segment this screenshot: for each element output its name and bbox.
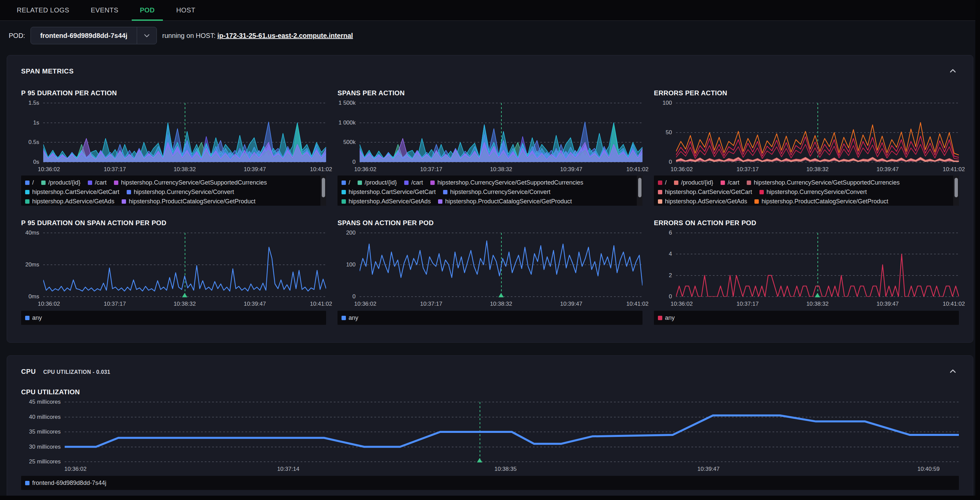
collapse-cpu-button[interactable]	[947, 365, 959, 378]
y-axis-labels: 45 millicores40 millicores35 millicores3…	[21, 402, 65, 462]
x-tick-label: 10:39:47	[560, 166, 582, 173]
y-axis-labels: 1 500k1 000k500k0	[337, 103, 360, 162]
legend-item[interactable]: hipstershop.ProductCatalogService/GetPro…	[438, 197, 572, 206]
legend-scrollbar-track[interactable]	[320, 176, 326, 206]
legend-item[interactable]: hipstershop.CartService/GetCart	[342, 188, 436, 196]
chart-plot[interactable]	[676, 103, 959, 162]
legend-item[interactable]: hipstershop.ProductCatalogService/GetPro…	[122, 197, 255, 206]
legend-scrollbar-thumb[interactable]	[322, 178, 325, 197]
legend-item[interactable]: /product/{id}	[674, 179, 713, 187]
legend-item[interactable]: hipstershop.CartService/GetCart	[25, 188, 119, 196]
chart-plot[interactable]	[43, 233, 326, 297]
legend-swatch	[658, 181, 662, 185]
legend-item[interactable]: /cart	[88, 179, 107, 187]
legend-item[interactable]: /product/{id}	[41, 179, 80, 187]
legend-label: hipstershop.CurrencyService/Convert	[134, 188, 234, 196]
legend-label: hipstershop.CurrencyService/Convert	[450, 188, 550, 196]
span-metrics-title: SPAN METRICS	[21, 67, 74, 75]
x-tick-label: 10:38:32	[173, 301, 196, 307]
legend-item[interactable]: any	[25, 315, 42, 321]
legend-item[interactable]: hipstershop.CartService/GetCart	[658, 188, 752, 196]
legend-item[interactable]: frontend-69d989d8dd-7s44j	[25, 479, 106, 487]
y-tick-label: 500k	[343, 139, 356, 145]
pod-select[interactable]: frontend-69d989d8dd-7s44j	[30, 27, 157, 44]
tab-pod[interactable]: POD	[129, 0, 165, 21]
legend-item[interactable]: any	[342, 315, 358, 321]
chart-series-canvas	[43, 103, 326, 162]
collapse-span-metrics-button[interactable]	[947, 65, 959, 78]
tab-events[interactable]: EVENTS	[80, 0, 129, 21]
tab-events-label: EVENTS	[91, 6, 118, 14]
x-tick-label: 10:36:02	[671, 301, 693, 307]
legend-swatch	[25, 481, 30, 485]
legend-scrollbar-thumb[interactable]	[638, 178, 641, 197]
x-axis-labels: 10:36:0210:37:1710:38:3210:39:4710:41:02	[43, 162, 326, 174]
x-tick-label: 10:39:47	[697, 466, 719, 473]
tab-related-logs[interactable]: RELATED LOGS	[6, 0, 80, 21]
legend-item[interactable]: /	[25, 179, 34, 187]
x-tick-label: 10:38:32	[490, 301, 512, 307]
legend-item[interactable]: hipstershop.CurrencyService/GetSupported…	[114, 179, 267, 187]
y-tick-label: 0s	[33, 159, 39, 165]
legend-label: hipstershop.CartService/GetCart	[32, 188, 119, 196]
legend-item[interactable]: hipstershop.CurrencyService/Convert	[443, 188, 550, 196]
legend-item[interactable]: /	[342, 179, 350, 187]
chart-plot[interactable]	[65, 402, 959, 462]
chevron-up-icon	[948, 366, 958, 377]
chart-title: CPU UTILIZATION	[21, 388, 959, 396]
chart-legend: any	[337, 311, 643, 325]
x-axis-labels: 10:36:0210:37:1710:38:3210:39:4710:41:02	[360, 297, 643, 309]
y-tick-label: 35 millicores	[29, 428, 60, 435]
pod-label: POD:	[9, 32, 25, 40]
chart-plot[interactable]	[43, 103, 326, 162]
legend-item[interactable]: hipstershop.AdService/GetAds	[658, 197, 747, 206]
legend-item[interactable]: any	[658, 315, 675, 321]
y-tick-label: 20ms	[25, 261, 39, 268]
legend-swatch	[759, 190, 764, 194]
chart-series-canvas	[65, 402, 959, 462]
legend-scrollbar-thumb[interactable]	[955, 178, 958, 197]
y-tick-label: 1 500k	[339, 100, 356, 106]
legend-swatch	[342, 316, 346, 320]
cpu-chart-area: CPU UTILIZATION45 millicores40 millicore…	[7, 378, 973, 500]
tab-bar: RELATED LOGS EVENTS POD HOST	[0, 0, 980, 21]
y-axis-labels: 1.5s1s0.5s0s	[21, 103, 43, 162]
legend-label: hipstershop.ProductCatalogService/GetPro…	[762, 197, 888, 206]
legend-item[interactable]: hipstershop.CurrencyService/GetSupported…	[430, 179, 583, 187]
chart-p95_duration_on_span_action_per_pod: P 95 DURATION ON SPAN ACTION PER POD40ms…	[21, 219, 326, 325]
tab-host[interactable]: HOST	[165, 0, 206, 21]
legend-scrollbar-track[interactable]	[953, 176, 959, 206]
legend-item[interactable]: /cart	[721, 179, 739, 187]
y-tick-label: 40ms	[25, 230, 39, 236]
legend-item[interactable]: hipstershop.ProductCatalogService/GetPro…	[754, 197, 888, 206]
host-link[interactable]: ip-172-31-25-61.us-east-2.compute.intern…	[218, 32, 353, 39]
legend-item[interactable]: hipstershop.CurrencyService/Convert	[127, 188, 234, 196]
chart-legend: any	[654, 311, 959, 325]
chart-plot[interactable]	[360, 233, 643, 297]
legend-swatch	[754, 199, 759, 204]
chart-body: 1.5s1s0.5s0s	[21, 103, 326, 162]
x-tick-label: 10:36:02	[38, 301, 60, 307]
page-bottom-strip	[0, 496, 980, 500]
chart-plot[interactable]	[676, 233, 959, 297]
legend-item[interactable]: /	[658, 179, 667, 187]
x-axis-labels: 10:36:0210:37:1710:38:3210:39:4710:41:02	[43, 297, 326, 309]
legend-label: /	[665, 179, 667, 187]
legend-item[interactable]: hipstershop.AdService/GetAds	[25, 197, 114, 206]
chart-series-canvas	[676, 233, 959, 297]
chart-series-canvas	[360, 103, 643, 162]
x-axis-labels: 10:36:0210:37:1410:38:3510:39:4710:40:59	[65, 462, 959, 474]
legend-item[interactable]: hipstershop.AdService/GetAds	[342, 197, 431, 206]
chart-plot[interactable]	[360, 103, 643, 162]
legend-scrollbar-track[interactable]	[637, 176, 643, 206]
legend-item[interactable]: /cart	[404, 179, 423, 187]
legend-item[interactable]: hipstershop.CurrencyService/Convert	[759, 188, 867, 196]
legend-item[interactable]: hipstershop.CurrencyService/GetSupported…	[747, 179, 900, 187]
chart-title: P 95 DURATION PER ACTION	[21, 89, 326, 97]
x-tick-label: 10:37:17	[737, 166, 759, 173]
x-tick-label: 10:41:02	[310, 301, 332, 307]
chevron-down-icon[interactable]	[137, 32, 156, 39]
legend-item[interactable]: /product/{id}	[358, 179, 397, 187]
y-tick-label: 1s	[33, 120, 39, 126]
legend-swatch	[658, 316, 662, 320]
